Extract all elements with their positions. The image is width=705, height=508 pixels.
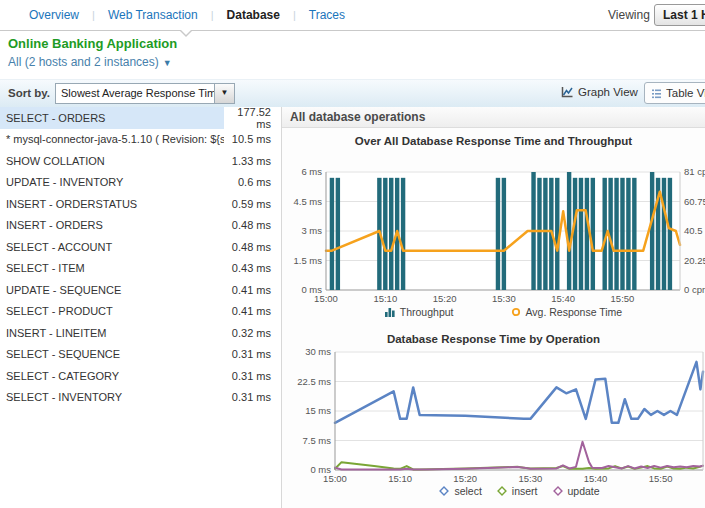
operation-label: SELECT - SEQUENCE xyxy=(0,344,224,366)
operation-label: UPDATE - INVENTORY xyxy=(0,172,224,194)
legend-label: Throughput xyxy=(400,306,454,318)
operation-label: INSERT - ORDERSTATUS xyxy=(0,193,224,215)
diamond-icon xyxy=(552,485,564,497)
page-title: Online Banking Application xyxy=(8,36,177,51)
legend-label: select xyxy=(454,485,481,497)
diamond-icon xyxy=(438,485,450,497)
operation-label: INSERT - ORDERS xyxy=(0,215,224,237)
svg-text:22.5 ms: 22.5 ms xyxy=(297,376,331,387)
dropdown-arrow-icon[interactable]: ▼ xyxy=(214,84,234,103)
svg-text:20.25: 20.25 xyxy=(684,255,705,266)
throughput-chart-legend: ThroughputAvg. Response Time xyxy=(326,306,680,318)
nav-tab-web-transaction[interactable]: Web Transaction xyxy=(95,8,211,22)
svg-text:4.5 ms: 4.5 ms xyxy=(293,196,322,207)
toolbar: Sort by. Slowest Average Response Time ▼… xyxy=(0,79,705,108)
nav-tab-overview[interactable]: Overview xyxy=(16,8,92,22)
bars-icon xyxy=(384,306,396,318)
svg-text:30 ms: 30 ms xyxy=(305,346,331,357)
operation-label: SELECT - PRODUCT xyxy=(0,301,224,323)
operation-row[interactable]: SELECT - ACCOUNT0.48 ms xyxy=(0,236,281,258)
svg-text:15:10: 15:10 xyxy=(373,293,397,304)
operation-row[interactable]: SHOW COLLATION1.33 ms xyxy=(0,150,281,172)
table-view-button[interactable]: Table View xyxy=(644,82,705,104)
table-list-icon xyxy=(651,88,662,99)
nav-tab-database[interactable]: Database xyxy=(214,8,293,22)
sort-by-label: Sort by. xyxy=(8,87,50,99)
sort-dropdown-value: Slowest Average Response Time xyxy=(56,84,214,103)
svg-text:15:00: 15:00 xyxy=(314,293,338,304)
legend-label: update xyxy=(568,485,600,497)
operation-avg-response-time: 1.33 ms xyxy=(224,150,281,172)
operation-row[interactable]: SELECT - CATEGORY0.31 ms xyxy=(0,365,281,387)
svg-text:3 ms: 3 ms xyxy=(301,225,322,236)
operation-label: * mysql-connector-java-5.1.10 ( Revision… xyxy=(0,129,224,151)
svg-text:15 ms: 15 ms xyxy=(305,405,331,416)
throughput-chart: 0 ms1.5 ms3 ms4.5 ms6 ms0 cpm20.2540.5 c… xyxy=(282,153,705,317)
operation-row[interactable]: SELECT - ITEM0.43 ms xyxy=(0,258,281,280)
table-view-label: Table View xyxy=(666,83,705,103)
svg-text:15:10: 15:10 xyxy=(388,473,412,484)
svg-text:0 cpm: 0 cpm xyxy=(684,284,705,295)
svg-text:15:00: 15:00 xyxy=(323,473,347,484)
operation-row[interactable]: UPDATE - INVENTORY0.6 ms xyxy=(0,172,281,194)
operation-chart-legend: selectinsertupdate xyxy=(335,485,703,497)
operation-avg-response-time: 0.48 ms xyxy=(224,215,281,237)
svg-text:1.5 ms: 1.5 ms xyxy=(293,255,322,266)
svg-text:15:30: 15:30 xyxy=(492,293,516,304)
operation-row[interactable]: INSERT - LINEITEM0.32 ms xyxy=(0,322,281,344)
operation-row[interactable]: INSERT - ORDERSTATUS0.59 ms xyxy=(0,193,281,215)
operation-avg-response-time: 0.48 ms xyxy=(224,236,281,258)
legend-label: Avg. Response Time xyxy=(526,306,623,318)
sort-dropdown[interactable]: Slowest Average Response Time ▼ xyxy=(55,83,235,104)
operation-row[interactable]: SELECT - PRODUCT0.41 ms xyxy=(0,301,281,323)
app-screen: Overview|Web Transaction|Database|Traces… xyxy=(0,0,705,508)
operation-avg-response-time: 0.31 ms xyxy=(224,387,281,409)
active-tab-notch-fill xyxy=(180,29,192,35)
graph-view-button[interactable]: Graph View xyxy=(561,86,638,98)
svg-text:15:30: 15:30 xyxy=(519,473,543,484)
operation-row[interactable]: UPDATE - SEQUENCE0.41 ms xyxy=(0,279,281,301)
operation-row[interactable]: SELECT - INVENTORY0.31 ms xyxy=(0,387,281,409)
scope-selector[interactable]: All (2 hosts and 2 instances)▼ xyxy=(8,55,172,69)
operation-avg-response-time: 0.43 ms xyxy=(224,258,281,280)
svg-text:15:20: 15:20 xyxy=(433,293,457,304)
legend-item-throughput[interactable]: Throughput xyxy=(384,306,454,318)
svg-text:15:50: 15:50 xyxy=(649,473,673,484)
svg-text:15:40: 15:40 xyxy=(584,473,608,484)
nav-tab-traces[interactable]: Traces xyxy=(296,8,358,22)
svg-text:40.5 cpm: 40.5 cpm xyxy=(684,225,705,236)
throughput-chart-title: Over All Database Response Time and Thro… xyxy=(282,135,705,147)
legend-item-insert[interactable]: insert xyxy=(496,485,538,497)
diamond-icon xyxy=(496,485,508,497)
operation-label: SHOW COLLATION xyxy=(0,150,224,172)
operation-label: SELECT - ACCOUNT xyxy=(0,236,224,258)
nav-tabs: Overview|Web Transaction|Database|Traces xyxy=(16,0,358,30)
legend-item-update[interactable]: update xyxy=(552,485,600,497)
legend-item-avg-response-time[interactable]: Avg. Response Time xyxy=(510,306,623,318)
operation-chart-title: Database Response Time by Operation xyxy=(282,333,705,345)
legend-item-select[interactable]: select xyxy=(438,485,481,497)
response-time-by-operation-chart: 0 ms7.5 ms15 ms22.5 ms30 ms15:0015:1015:… xyxy=(282,345,705,497)
operation-row[interactable]: * mysql-connector-java-5.1.10 ( Revision… xyxy=(0,129,281,151)
operation-label: SELECT - CATEGORY xyxy=(0,365,224,387)
operation-avg-response-time: 0.59 ms xyxy=(224,193,281,215)
scope-label: All (2 hosts and 2 instances) xyxy=(8,55,159,69)
time-range-dropdown[interactable]: Last 1 Hour xyxy=(654,4,705,26)
svg-text:15:50: 15:50 xyxy=(611,293,635,304)
operation-avg-response-time: 10.5 ms xyxy=(224,129,281,151)
operation-row[interactable]: INSERT - ORDERS0.48 ms xyxy=(0,215,281,237)
operation-row[interactable]: SELECT - ORDERS177.52 ms xyxy=(0,107,281,129)
svg-text:81 cpm: 81 cpm xyxy=(684,166,705,177)
operation-avg-response-time: 0.41 ms xyxy=(224,301,281,323)
operation-avg-response-time: 0.31 ms xyxy=(224,365,281,387)
charts-panel: All database operations Over All Databas… xyxy=(282,107,705,508)
operation-avg-response-time: 177.52 ms xyxy=(224,107,281,129)
operation-row[interactable]: SELECT - SEQUENCE0.31 ms xyxy=(0,344,281,366)
svg-text:60.75: 60.75 xyxy=(684,196,705,207)
operations-list: SELECT - ORDERS177.52 ms* mysql-connecto… xyxy=(0,107,282,508)
chevron-down-icon: ▼ xyxy=(163,58,172,68)
svg-text:7.5 ms: 7.5 ms xyxy=(302,435,331,446)
operation-label: SELECT - ITEM xyxy=(0,258,224,280)
operation-label: SELECT - ORDERS xyxy=(0,107,224,129)
operation-avg-response-time: 0.32 ms xyxy=(224,322,281,344)
